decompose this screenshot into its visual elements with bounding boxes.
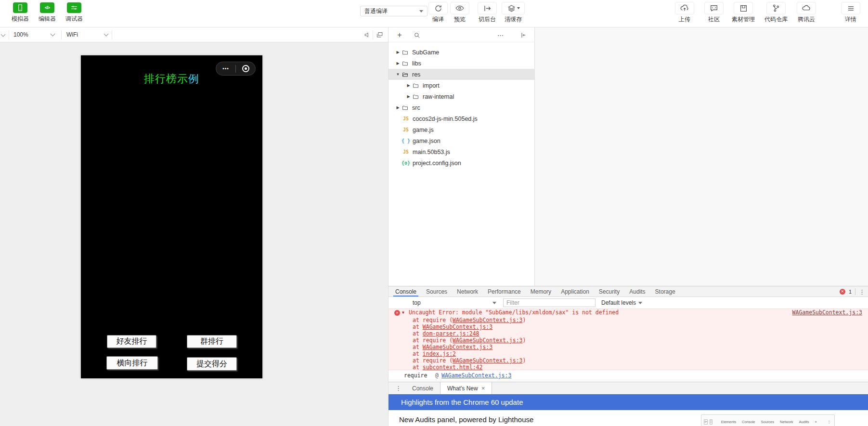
debugger-button[interactable]: 调试器 — [61, 2, 88, 23]
tree-item-game-js[interactable]: JS game.js — [389, 124, 534, 135]
friend-ranking-button[interactable]: 好友排行 — [107, 335, 156, 348]
stack-link[interactable]: index.js:2 — [423, 350, 456, 357]
stack-link[interactable]: WAGameSubContext.js:3 — [423, 323, 492, 330]
horizontal-ranking-button[interactable]: 横向排行 — [106, 356, 158, 370]
tree-item-main-js[interactable]: JS main.50b53.js — [389, 146, 534, 157]
config-file-icon: {o} — [401, 160, 411, 166]
capsule-more-button[interactable]: ••• — [216, 66, 235, 71]
tab-console[interactable]: Console — [390, 286, 421, 297]
tab-network[interactable]: Network — [452, 286, 483, 297]
stack-link[interactable]: dom-parser.js:248 — [423, 330, 479, 337]
tab-audits[interactable]: Audits — [624, 286, 650, 297]
at-symbol: @ — [435, 372, 439, 379]
stack-text: ) — [523, 357, 526, 364]
drawer-tab-console[interactable]: Console — [405, 382, 440, 394]
submit-score-button[interactable]: 提交得分 — [187, 357, 237, 371]
chevron-down-icon — [492, 302, 496, 304]
expand-triangle-icon[interactable]: ▼ — [402, 309, 404, 316]
switch-background-button[interactable]: 切后台 — [475, 2, 500, 24]
close-icon[interactable]: × — [481, 385, 485, 392]
simulator-button[interactable]: 模拟器 — [7, 2, 34, 23]
stack-frame: at require (WAGameSubContext.js:3) — [389, 337, 868, 344]
tencent-cloud-button[interactable]: 腾讯云 — [795, 2, 818, 24]
chevron-right-icon: ▶ — [395, 50, 401, 54]
chevron-down-icon — [517, 7, 520, 9]
chevron-right-icon: ▶ — [395, 61, 401, 65]
device-select-chevron-icon[interactable] — [1, 32, 6, 37]
add-file-button[interactable]: + — [394, 30, 405, 40]
search-icon[interactable] — [412, 30, 422, 40]
tree-item-raw-internal[interactable]: ▶ raw-internal — [389, 91, 534, 102]
tree-item-label: game.json — [413, 138, 440, 144]
community-button[interactable]: 社区 — [702, 2, 725, 24]
mini-tab-overflow: » — [813, 420, 818, 424]
footer-source-link[interactable]: WAGameSubContext.js:3 — [441, 372, 511, 379]
tree-item-src[interactable]: ▶ src — [389, 102, 534, 113]
game-title-cyan: 例 — [188, 73, 199, 85]
tree-item-label: cocos2d-js-min.505ed.js — [413, 116, 478, 122]
execution-context-select[interactable]: top — [410, 298, 499, 307]
stack-link[interactable]: subcontext.html:42 — [423, 364, 483, 371]
sound-icon[interactable] — [362, 29, 373, 40]
details-label: 详情 — [845, 15, 856, 24]
drawer-menu-icon[interactable]: ⋮ — [395, 385, 402, 392]
filter-input[interactable] — [503, 298, 596, 307]
collapse-panel-icon[interactable] — [518, 30, 528, 40]
assets-button[interactable]: 素材管理 — [730, 2, 757, 24]
compile-button[interactable]: 编译 — [427, 2, 450, 24]
window-mode-icon[interactable] — [374, 29, 385, 40]
editor-button[interactable]: </> 编辑器 — [34, 2, 61, 23]
tree-item-subgame[interactable]: ▶ SubGame — [389, 47, 534, 58]
details-button[interactable]: 详情 — [839, 2, 862, 24]
tree-item-res[interactable]: ▼ res — [389, 69, 534, 80]
divider — [373, 30, 373, 39]
switch-background-icon — [478, 2, 497, 14]
compile-mode-value: 普通编译 — [364, 7, 388, 15]
tab-application[interactable]: Application — [556, 286, 594, 297]
editor-icon: </> — [40, 2, 54, 13]
divider — [112, 30, 112, 39]
tree-item-game-json[interactable]: { } game.json — [389, 135, 534, 146]
drawer-tab-whats-new[interactable]: What's New × — [440, 382, 492, 394]
chevron-down-icon — [104, 32, 109, 37]
tree-item-project-config[interactable]: {o} project.config.json — [389, 157, 534, 168]
mini-kebab-icon: ⋮ — [826, 420, 833, 424]
tree-item-import[interactable]: ▶ import — [389, 80, 534, 91]
tree-item-libs[interactable]: ▶ libs — [389, 58, 534, 69]
tencent-cloud-label: 腾讯云 — [798, 15, 815, 24]
clear-cache-label: 清缓存 — [505, 15, 522, 24]
stack-link[interactable]: WAGameSubContext.js:3 — [423, 344, 492, 350]
error-count-icon[interactable]: ✕ — [840, 289, 845, 295]
assets-icon — [734, 2, 753, 14]
tree-item-label: libs — [412, 60, 421, 67]
error-source-link[interactable]: WAGameSubContext.js:3 — [792, 309, 862, 316]
whats-new-content: New Audits panel, powered by Lighthouse … — [389, 410, 868, 426]
stack-link[interactable]: WAGameSubContext.js:3 — [453, 337, 522, 344]
clear-cache-button[interactable]: 清缓存 — [500, 2, 526, 24]
chevron-down-icon — [419, 10, 423, 13]
tab-performance[interactable]: Performance — [483, 286, 526, 297]
group-ranking-button[interactable]: 群排行 — [187, 335, 237, 348]
stack-link[interactable]: WAGameSubContext.js:3 — [453, 317, 522, 323]
tree-item-cocos2d-js[interactable]: JS cocos2d-js-min.505ed.js — [389, 113, 534, 124]
inspect-icon: ⊳ — [704, 419, 708, 425]
tab-security[interactable]: Security — [594, 286, 624, 297]
compile-mode-select[interactable]: 普通编译 — [360, 6, 428, 16]
log-levels-select[interactable]: Default levels — [601, 298, 642, 307]
compile-label: 编译 — [432, 15, 444, 24]
tab-sources[interactable]: Sources — [421, 286, 452, 297]
drawer-tab-label: What's New — [447, 385, 478, 392]
tab-storage[interactable]: Storage — [650, 286, 680, 297]
repository-button[interactable]: 代码仓库 — [763, 2, 790, 24]
devtools-menu-icon[interactable]: ⋮ — [859, 288, 865, 296]
tree-item-label: SubGame — [412, 49, 439, 56]
tab-memory[interactable]: Memory — [526, 286, 556, 297]
preview-button[interactable]: 预览 — [448, 2, 471, 24]
zoom-value: 100% — [13, 31, 28, 38]
stack-link[interactable]: WAGameSubContext.js:3 — [453, 357, 522, 364]
more-icon[interactable]: ⋯ — [495, 30, 506, 40]
upload-button[interactable]: 上传 — [673, 2, 696, 24]
top-toolbar: 模拟器 </> 编辑器 调试器 普通编译 编译 预览 — [0, 0, 868, 27]
capsule-exit-button[interactable] — [236, 65, 255, 72]
preview-label: 预览 — [454, 15, 466, 24]
